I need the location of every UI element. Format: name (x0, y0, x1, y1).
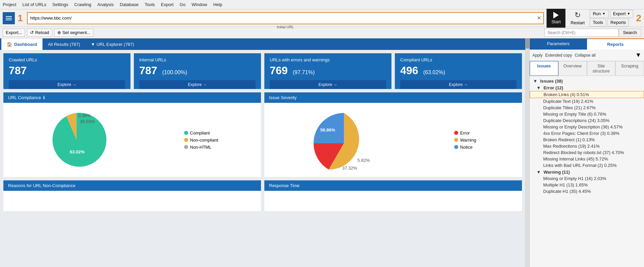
duplicate-titles-item[interactable]: Duplicate Titles (21) 2.67% (530, 105, 644, 111)
scroll-thumb[interactable] (526, 38, 529, 49)
issue-tab-site-structure[interactable]: Site structure (587, 61, 616, 76)
extended-copy-button[interactable]: Extended copy (545, 53, 572, 58)
issue-tab-bar: Issues Overview Site structure Scraping (530, 61, 644, 76)
menu-go[interactable]: Go (180, 2, 185, 7)
collapse-all-button[interactable]: Collapse all (575, 53, 595, 58)
main-toolbar: 1 ✕ Initial URL Start ↻ Restart Run ▼ Ex… (0, 9, 644, 27)
duplicate-descriptions-item[interactable]: Duplicate Descriptions (24) 3.05% (530, 117, 644, 124)
svg-text:0.38%: 0.38% (78, 113, 91, 118)
menu-settings[interactable]: Settings (52, 2, 68, 7)
non-compliance-card: Reasons for URL Non-Compliance (3, 180, 261, 211)
export-top-label: Export (613, 11, 626, 16)
menu-bar: Project List of URLs Settings Crawling A… (0, 0, 644, 9)
dropdown-arrow-icon[interactable]: ▼ (635, 52, 641, 59)
stat-card-internal: Internal URLs 787 (100.00%) Explore → (134, 53, 261, 89)
set-segment-button[interactable]: ⊕ Set segment... (54, 29, 94, 37)
issue-tab-issues[interactable]: Issues (530, 61, 558, 76)
run-button[interactable]: Run ▼ (590, 10, 609, 18)
links-bad-url-item[interactable]: Links with Bad URL Format (2) 0.25% (530, 162, 644, 169)
error-label: Error (12) (544, 85, 563, 90)
expand-arrow-icon: ▼ (533, 79, 537, 84)
all-results-label: All Results (787) (48, 42, 80, 47)
crawled-explore-button[interactable]: Explore → (9, 80, 125, 89)
duplicate-text-item[interactable]: Duplicate Text (19) 2.41% (530, 98, 644, 105)
notice-legend-label: Notice (460, 145, 473, 150)
scroll-track[interactable] (525, 38, 529, 267)
charts-row: URL Compliance ℹ (3, 92, 522, 177)
missing-empty-description-item[interactable]: Missing or Empty Description (36) 4.57% (530, 124, 644, 130)
broken-redirect-label: Broken Redirect (1) 0.13% (543, 137, 595, 142)
menu-list-of-urls[interactable]: List of URLs (22, 2, 46, 7)
duplicate-text-label: Duplicate Text (19) 2.41% (543, 99, 593, 104)
start-button[interactable]: Start (547, 9, 565, 28)
missing-internal-links-item[interactable]: Missing Internal Links (45) 5.72% (530, 156, 644, 162)
internal-explore-button[interactable]: Explore → (139, 80, 256, 89)
compliant-legend-label: Compliant (190, 130, 210, 136)
issues-section[interactable]: ▼ Issues (38) (530, 77, 644, 84)
compliant-explore-button[interactable]: Explore → (400, 80, 517, 89)
reports-button[interactable]: Reports (608, 19, 629, 27)
apply-button[interactable]: Apply (532, 53, 543, 58)
url-compliance-body: 63.02% 36.59% 0.38% Compliant (3, 103, 261, 177)
reload-button[interactable]: ↺ Reload (27, 29, 52, 37)
issue-tab-overview[interactable]: Overview (558, 61, 587, 76)
segment-icon: ⊕ (57, 30, 61, 35)
tools-label: Tools (593, 20, 603, 25)
menu-project[interactable]: Project (3, 2, 16, 7)
tab-parameters[interactable]: Parameters (530, 38, 587, 50)
legend-warning: Warning (454, 138, 476, 143)
menu-tools[interactable]: Tools (145, 2, 155, 7)
broken-links-item[interactable]: Broken Links (4) 0.51% (530, 91, 644, 98)
duplicate-descriptions-label: Duplicate Descriptions (24) 3.05% (543, 118, 610, 123)
search-input[interactable] (545, 29, 619, 37)
restart-button[interactable]: ↻ Restart (568, 9, 587, 28)
redirect-blocked-item[interactable]: Redirect Blocked by robots.txt (37) 4.70… (530, 149, 644, 156)
menu-export[interactable]: Export (161, 2, 174, 7)
max-redirections-item[interactable]: Max Redirections (19) 2.41% (530, 143, 644, 149)
export-button[interactable]: Export... (3, 29, 25, 37)
url-compliance-chart: URL Compliance ℹ (3, 92, 261, 177)
tools-button[interactable]: Tools (590, 19, 606, 27)
multiple-h1-item[interactable]: Multiple H1 (13) 1.65% (530, 182, 644, 188)
broken-redirect-item[interactable]: Broken Redirect (1) 0.13% (530, 137, 644, 143)
duplicate-h1-item[interactable]: Duplicate H1 (35) 4.45% (530, 188, 644, 195)
search-button[interactable]: Search (619, 29, 641, 37)
issue-severity-chart: Issue Severity (264, 92, 522, 177)
url-input-wrapper: ✕ Initial URL (27, 12, 544, 24)
response-time-label: Response Time (269, 183, 299, 188)
error-legend-label: Error (460, 130, 470, 136)
menu-help[interactable]: Help (213, 2, 222, 7)
compliance-pie-svg: 63.02% 36.59% 0.38% (46, 110, 107, 170)
search-label: Search (623, 30, 637, 35)
non-compliant-dot (184, 138, 188, 142)
missing-empty-description-label: Missing or Empty Description (36) 4.57% (543, 124, 623, 129)
export-top-button[interactable]: Export ▼ (610, 10, 633, 18)
errors-explore-button[interactable]: Explore → (270, 80, 386, 89)
dashboard-icon: 🏠 (7, 42, 12, 47)
search-box-wrapper: Search (545, 29, 641, 37)
warning-subsection[interactable]: ▼ Warning (11) (530, 169, 644, 175)
tab-all-results[interactable]: All Results (787) (42, 38, 85, 50)
stat-card-errors: URLs with errors and warnings 769 (97.71… (264, 53, 391, 89)
missing-empty-title-label: Missing or Empty Title (6) 0.76% (543, 112, 606, 117)
4xx-error-label: 4xx Error Pages: Client Error (3) 0.38% (543, 131, 619, 136)
missing-empty-title-item[interactable]: Missing or Empty Title (6) 0.76% (530, 111, 644, 117)
menu-analysis[interactable]: Analysis (97, 2, 114, 7)
scraping-tab-label: Scraping (621, 63, 638, 68)
missing-empty-h1-item[interactable]: Missing or Empty H1 (16) 2.03% (530, 175, 644, 182)
run-arrow-icon: ▼ (602, 12, 606, 16)
tab-reports[interactable]: Reports (587, 38, 644, 50)
url-input[interactable] (28, 13, 535, 24)
menu-database[interactable]: Database (120, 2, 139, 7)
hamburger-button[interactable] (3, 12, 15, 24)
right-panel-tabs: Parameters Reports (530, 38, 644, 50)
tab-url-explorer[interactable]: ▼ URL Explorer (787) (85, 38, 139, 50)
menu-window[interactable]: Window (192, 2, 207, 7)
missing-empty-h1-label: Missing or Empty H1 (16) 2.03% (543, 176, 606, 181)
error-subsection[interactable]: ▼ Error (12) (530, 84, 644, 91)
url-clear-button[interactable]: ✕ (535, 15, 543, 21)
tab-dashboard[interactable]: 🏠 Dashboard (1, 38, 42, 50)
4xx-error-item[interactable]: 4xx Error Pages: Client Error (3) 0.38% (530, 130, 644, 137)
issue-tab-scraping[interactable]: Scraping (615, 61, 644, 76)
menu-crawling[interactable]: Crawling (74, 2, 91, 7)
